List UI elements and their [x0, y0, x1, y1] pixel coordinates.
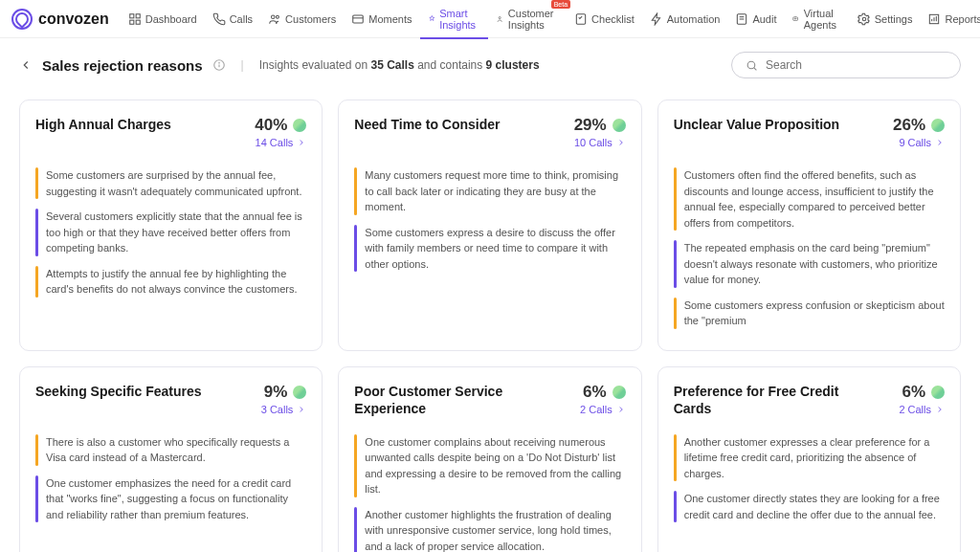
insight-bar-icon: [354, 167, 357, 215]
insight-text: One customer complains about receiving n…: [365, 434, 625, 497]
nav-label: Dashboard: [145, 13, 197, 25]
nav-icon: [650, 12, 663, 26]
svg-point-17: [862, 17, 866, 21]
insight-item: The repeated emphasis on the card being …: [674, 240, 945, 288]
search-box[interactable]: [731, 52, 961, 78]
card-percent: 40%: [255, 116, 287, 135]
brand-logo[interactable]: convozen: [11, 9, 109, 30]
nav-icon: [496, 12, 503, 26]
cluster-card: Seeking Specific Features9%3 CallsThere …: [19, 366, 323, 553]
cluster-card: High Annual Charges40%14 CallsSome custo…: [19, 99, 323, 351]
nav-checklist[interactable]: Checklist: [567, 0, 642, 38]
back-icon[interactable]: [19, 58, 33, 72]
calls-link[interactable]: 2 Calls: [899, 404, 945, 415]
globe-icon: [293, 386, 306, 399]
insight-bar-icon: [674, 167, 677, 231]
cluster-card: Need Time to Consider29%10 CallsMany cus…: [338, 99, 641, 351]
chevron-right-icon: [297, 138, 306, 147]
svg-point-8: [500, 16, 501, 18]
chevron-right-icon: [297, 405, 306, 414]
nav-customers[interactable]: Customers: [260, 0, 344, 38]
svg-point-14: [795, 18, 796, 19]
card-stats: 6%2 Calls: [580, 383, 626, 415]
insight-text: One customer directly states they are lo…: [684, 491, 945, 522]
insight-item: One customer emphasizes the need for a c…: [35, 475, 306, 523]
svg-line-29: [754, 67, 757, 70]
calls-link[interactable]: 2 Calls: [580, 404, 626, 415]
insight-text: Attempts to justify the annual fee by hi…: [46, 266, 306, 298]
insight-item: Some customers express confusion or skep…: [674, 298, 945, 329]
globe-icon: [612, 386, 626, 399]
calls-link[interactable]: 9 Calls: [893, 137, 945, 148]
nav-virtual-agents[interactable]: Virtual Agents: [784, 0, 849, 38]
card-stats: 26%9 Calls: [893, 116, 945, 148]
card-percent: 6%: [902, 383, 925, 402]
insight-bar-icon: [354, 434, 357, 497]
sub-header: Sales rejection reasons | Insights evalu…: [0, 38, 980, 92]
card-header: Unclear Value Proposition26%9 Calls: [674, 116, 945, 154]
insight-item: Several customers explicitly state that …: [35, 209, 306, 256]
svg-rect-3: [136, 20, 140, 24]
nav-automation[interactable]: Automation: [642, 0, 728, 38]
card-percent: 26%: [893, 116, 925, 135]
brand-name: convozen: [38, 11, 109, 28]
insight-text: Some customers are surprised by the annu…: [46, 167, 306, 199]
calls-label: 3 Calls: [261, 404, 294, 415]
svg-point-15: [796, 18, 797, 19]
evaluation-summary: Insights evaluated on 35 Calls and conta…: [259, 58, 540, 72]
card-header: Preference for Free Credit Cards6%2 Call…: [674, 383, 945, 421]
card-percent: 9%: [264, 383, 288, 402]
calls-link[interactable]: 14 Calls: [255, 137, 306, 148]
chevron-right-icon: [616, 138, 626, 147]
chevron-right-icon: [616, 405, 626, 414]
insight-text: One customer emphasizes the need for a c…: [46, 475, 306, 523]
card-header: Need Time to Consider29%10 Calls: [354, 116, 625, 154]
svg-rect-6: [353, 14, 364, 22]
nav-moments[interactable]: Moments: [344, 0, 419, 38]
globe-icon: [612, 119, 626, 132]
nav-label: Settings: [875, 13, 913, 25]
insight-text: Some customers express a desire to discu…: [365, 225, 625, 273]
clusters-count: 9 clusters: [486, 58, 540, 72]
info-icon[interactable]: [212, 58, 226, 72]
insight-item: Some customers are surprised by the annu…: [35, 167, 306, 199]
insight-bar-icon: [35, 167, 38, 199]
svg-rect-1: [136, 13, 140, 17]
cluster-grid: High Annual Charges40%14 CallsSome custo…: [0, 92, 980, 552]
svg-rect-13: [793, 16, 798, 19]
insight-item: One customer directly states they are lo…: [674, 491, 945, 522]
insight-item: Attempts to justify the annual fee by hi…: [35, 266, 306, 298]
card-stats: 40%14 Calls: [255, 116, 306, 148]
calls-link[interactable]: 10 Calls: [574, 137, 626, 148]
nav-audit[interactable]: Audit: [727, 0, 784, 38]
nav-label: Checklist: [591, 13, 635, 25]
nav-smart-insights[interactable]: Smart Insights: [420, 0, 489, 38]
search-icon: [746, 59, 758, 72]
card-title: Seeking Specific Features: [35, 383, 202, 400]
calls-label: 10 Calls: [574, 137, 612, 148]
insight-bar-icon: [674, 434, 677, 482]
insight-item: There is also a customer who specificall…: [35, 434, 306, 466]
insight-text: The repeated emphasis on the card being …: [684, 240, 945, 288]
card-percent: 29%: [574, 116, 607, 135]
nav-label: Customers: [285, 13, 336, 25]
calls-label: 2 Calls: [580, 404, 612, 415]
card-header: Poor Customer Service Experience6%2 Call…: [354, 383, 625, 421]
svg-point-27: [218, 62, 219, 63]
insight-text: Many customers request more time to thin…: [365, 167, 625, 215]
insight-item: Customers often find the offered benefit…: [674, 167, 945, 231]
calls-link[interactable]: 3 Calls: [261, 404, 307, 415]
nav-reports[interactable]: Reports: [920, 0, 980, 38]
nav-label: Moments: [368, 13, 412, 25]
nav-settings[interactable]: Settings: [850, 0, 921, 38]
nav-dashboard[interactable]: Dashboard: [121, 0, 205, 38]
cluster-card: Unclear Value Proposition26%9 CallsCusto…: [657, 99, 961, 351]
nav-customer-insights[interactable]: Customer InsightsBeta: [488, 0, 567, 38]
nav-label: Customer Insights: [508, 8, 559, 31]
nav-label: Smart Insights: [439, 8, 480, 31]
card-header: High Annual Charges40%14 Calls: [35, 116, 306, 154]
globe-icon: [931, 386, 945, 399]
nav-calls[interactable]: Calls: [205, 0, 260, 38]
svg-rect-9: [576, 13, 585, 24]
search-input[interactable]: [766, 58, 947, 72]
